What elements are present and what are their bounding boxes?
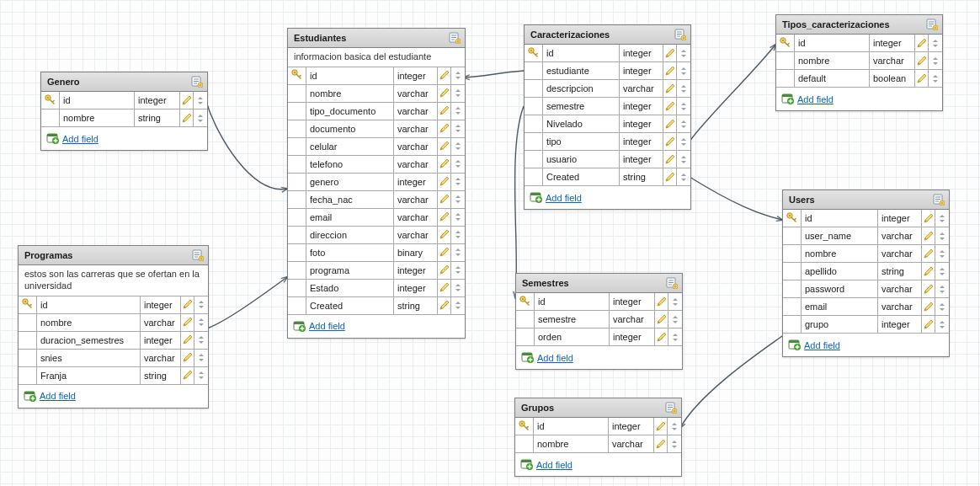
field-name[interactable]: direccion bbox=[306, 227, 394, 243]
edit-field-button[interactable] bbox=[438, 156, 451, 173]
edit-field-button[interactable] bbox=[663, 80, 677, 97]
field-row[interactable]: id integer bbox=[288, 67, 465, 85]
reorder-field-button[interactable] bbox=[194, 92, 207, 109]
reorder-field-button[interactable] bbox=[677, 115, 690, 132]
add-field-link[interactable]: Add field bbox=[309, 321, 345, 331]
field-name[interactable]: nombre bbox=[37, 314, 141, 331]
field-name[interactable]: apellido bbox=[802, 263, 878, 280]
field-type[interactable]: varchar bbox=[394, 156, 438, 173]
field-row[interactable]: programa integer bbox=[288, 262, 465, 280]
field-row[interactable]: apellido string bbox=[783, 263, 949, 280]
reorder-field-button[interactable] bbox=[929, 70, 942, 87]
table-estudiantes[interactable]: Estudiantes informacion basica del estud… bbox=[287, 28, 466, 339]
field-name[interactable]: grupo bbox=[802, 316, 878, 333]
field-name[interactable]: celular bbox=[306, 138, 394, 155]
field-type[interactable]: integer bbox=[141, 296, 181, 313]
field-row[interactable]: descripcion varchar bbox=[525, 80, 690, 98]
reorder-field-button[interactable] bbox=[677, 168, 690, 185]
edit-field-button[interactable] bbox=[922, 316, 935, 333]
field-name[interactable]: orden bbox=[535, 328, 610, 345]
add-field-link[interactable]: Add field bbox=[537, 353, 573, 363]
reorder-field-button[interactable] bbox=[194, 350, 208, 366]
edit-field-button[interactable] bbox=[663, 151, 677, 168]
field-type[interactable]: varchar bbox=[394, 227, 438, 243]
edit-field-button[interactable] bbox=[438, 120, 451, 137]
table-semestres[interactable]: Semestres id integer semestre varchar or… bbox=[515, 273, 683, 370]
field-name[interactable]: nombre bbox=[802, 245, 878, 262]
field-name[interactable]: id bbox=[60, 92, 135, 109]
field-type[interactable]: string bbox=[141, 367, 181, 384]
field-row[interactable]: id integer bbox=[783, 210, 949, 227]
field-name[interactable]: id bbox=[795, 35, 870, 51]
edit-field-button[interactable] bbox=[654, 418, 668, 435]
field-row[interactable]: nombre varchar bbox=[783, 245, 949, 263]
add-field-icon[interactable] bbox=[46, 131, 59, 146]
edit-field-button[interactable] bbox=[663, 45, 677, 61]
field-row[interactable]: password varchar bbox=[783, 280, 949, 298]
table-header[interactable]: Tipos_caracterizaciones bbox=[776, 15, 942, 35]
field-type[interactable]: varchar bbox=[141, 350, 181, 366]
field-name[interactable]: email bbox=[802, 298, 878, 315]
field-name[interactable]: default bbox=[795, 70, 870, 87]
reorder-field-button[interactable] bbox=[194, 367, 208, 384]
add-field-link[interactable]: Add field bbox=[546, 193, 582, 203]
edit-field-button[interactable] bbox=[438, 67, 451, 84]
notes-icon[interactable] bbox=[448, 31, 461, 45]
field-name[interactable]: documento bbox=[306, 120, 394, 137]
field-type[interactable]: varchar bbox=[878, 280, 922, 297]
field-name[interactable]: nombre bbox=[795, 52, 870, 69]
field-type[interactable]: integer bbox=[620, 45, 663, 61]
reorder-field-button[interactable] bbox=[935, 298, 949, 315]
field-type[interactable]: integer bbox=[620, 115, 663, 132]
field-type[interactable]: string bbox=[878, 263, 922, 280]
table-header[interactable]: Grupos bbox=[515, 398, 681, 418]
add-field-icon[interactable] bbox=[293, 319, 306, 334]
reorder-field-button[interactable] bbox=[194, 109, 207, 126]
reorder-field-button[interactable] bbox=[451, 138, 465, 155]
add-field-link[interactable]: Add field bbox=[536, 460, 573, 470]
field-type[interactable]: varchar bbox=[394, 103, 438, 120]
field-name[interactable]: nombre bbox=[60, 109, 135, 126]
field-type[interactable]: integer bbox=[620, 62, 663, 79]
field-row[interactable]: nombre string bbox=[41, 109, 207, 127]
edit-field-button[interactable] bbox=[922, 280, 935, 297]
field-type[interactable]: varchar bbox=[610, 311, 655, 328]
field-name[interactable]: estudiante bbox=[543, 62, 620, 79]
notes-icon[interactable] bbox=[925, 18, 938, 32]
edit-field-button[interactable] bbox=[922, 298, 935, 315]
edit-field-button[interactable] bbox=[438, 85, 451, 102]
notes-icon[interactable] bbox=[665, 276, 678, 291]
field-row[interactable]: nombre varchar bbox=[776, 52, 942, 70]
field-type[interactable]: string bbox=[394, 297, 438, 314]
field-row[interactable]: id integer bbox=[41, 92, 207, 109]
field-name[interactable]: id bbox=[306, 67, 394, 84]
notes-icon[interactable] bbox=[932, 193, 945, 207]
field-name[interactable]: descripcion bbox=[543, 80, 620, 97]
notes-icon[interactable] bbox=[191, 248, 204, 263]
field-row[interactable]: orden integer bbox=[516, 328, 682, 346]
field-row[interactable]: semestre integer bbox=[525, 98, 690, 115]
field-type[interactable]: integer bbox=[394, 280, 438, 296]
reorder-field-button[interactable] bbox=[677, 133, 690, 150]
field-type[interactable]: boolean bbox=[870, 70, 915, 87]
field-name[interactable]: Nivelado bbox=[543, 115, 620, 132]
edit-field-button[interactable] bbox=[663, 133, 677, 150]
add-field-link[interactable]: Add field bbox=[797, 94, 834, 104]
field-type[interactable]: varchar bbox=[394, 209, 438, 226]
field-name[interactable]: user_name bbox=[802, 227, 878, 244]
field-row[interactable]: documento varchar bbox=[288, 120, 465, 138]
edit-field-button[interactable] bbox=[438, 209, 451, 226]
field-row[interactable]: id integer bbox=[515, 418, 681, 435]
add-field-link[interactable]: Add field bbox=[804, 340, 840, 350]
field-name[interactable]: programa bbox=[306, 262, 394, 279]
edit-field-button[interactable] bbox=[438, 227, 451, 243]
field-row[interactable]: nombre varchar bbox=[19, 314, 208, 332]
reorder-field-button[interactable] bbox=[451, 297, 465, 314]
field-type[interactable]: varchar bbox=[870, 52, 915, 69]
edit-field-button[interactable] bbox=[438, 138, 451, 155]
reorder-field-button[interactable] bbox=[935, 210, 949, 227]
field-name[interactable]: semestre bbox=[535, 311, 610, 328]
reorder-field-button[interactable] bbox=[451, 227, 465, 243]
field-row[interactable]: Franja string bbox=[19, 367, 208, 385]
edit-field-button[interactable] bbox=[654, 435, 668, 452]
